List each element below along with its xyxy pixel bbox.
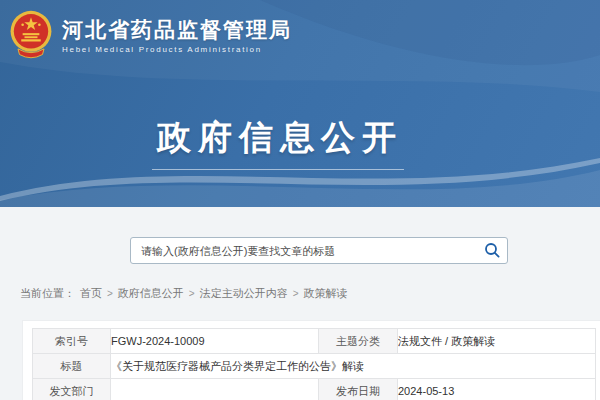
breadcrumb-gov-info[interactable]: 政府信息公开 [118, 286, 184, 301]
breadcrumb-policy-interpretation[interactable]: 政策解读 [304, 286, 348, 301]
site-logo-link[interactable]: 河北省药品监督管理局 Hebei Medical Products Admini… [8, 9, 292, 61]
breadcrumb-label: 当前位置： [20, 286, 75, 301]
page-header-banner: 河北省药品监督管理局 Hebei Medical Products Admini… [0, 0, 600, 207]
field-label-topic-category: 主题分类 [319, 329, 398, 354]
search-input[interactable] [131, 238, 477, 263]
breadcrumb-separator: > [107, 288, 113, 299]
table-row: 标题 《关于规范医疗器械产品分类界定工作的公告》解读 [33, 354, 596, 379]
field-value-index-number: FGWJ-2024-10009 [111, 329, 319, 354]
field-value-issuing-department [111, 379, 319, 400]
field-value-topic-category: 法规文件 / 政策解读 [398, 329, 596, 354]
breadcrumb-home[interactable]: 首页 [80, 286, 102, 301]
document-info-table: 索引号 FGWJ-2024-10009 主题分类 法规文件 / 政策解读 标题 … [32, 328, 596, 400]
page-title: 政府信息公开 [80, 115, 480, 161]
search-button[interactable] [477, 238, 507, 263]
search-icon [484, 242, 501, 259]
field-label-issuing-department: 发文部门 [33, 379, 111, 400]
field-value-publish-date: 2024-05-13 [398, 379, 596, 400]
table-row: 发文部门 发布日期 2024-05-13 [33, 379, 596, 400]
org-name-cn: 河北省药品监督管理局 [62, 18, 292, 42]
document-detail-card: 索引号 FGWJ-2024-10009 主题分类 法规文件 / 政策解读 标题 … [22, 320, 600, 400]
field-value-title: 《关于规范医疗器械产品分类界定工作的公告》解读 [111, 354, 596, 379]
breadcrumb-separator: > [293, 288, 299, 299]
table-row: 索引号 FGWJ-2024-10009 主题分类 法规文件 / 政策解读 [33, 329, 596, 354]
article-search-box [130, 237, 508, 264]
field-label-index-number: 索引号 [33, 329, 111, 354]
title-underline [152, 169, 404, 170]
breadcrumb: 当前位置： 首页 > 政府信息公开 > 法定主动公开内容 > 政策解读 [20, 286, 348, 301]
field-label-title: 标题 [33, 354, 111, 379]
field-label-publish-date: 发布日期 [319, 379, 398, 400]
site-title-block: 河北省药品监督管理局 Hebei Medical Products Admini… [62, 18, 292, 54]
breadcrumb-statutory-disclosure[interactable]: 法定主动公开内容 [200, 286, 288, 301]
org-name-en: Hebei Medical Products Administration [62, 45, 292, 54]
breadcrumb-separator: > [189, 288, 195, 299]
national-emblem-icon [8, 9, 54, 61]
